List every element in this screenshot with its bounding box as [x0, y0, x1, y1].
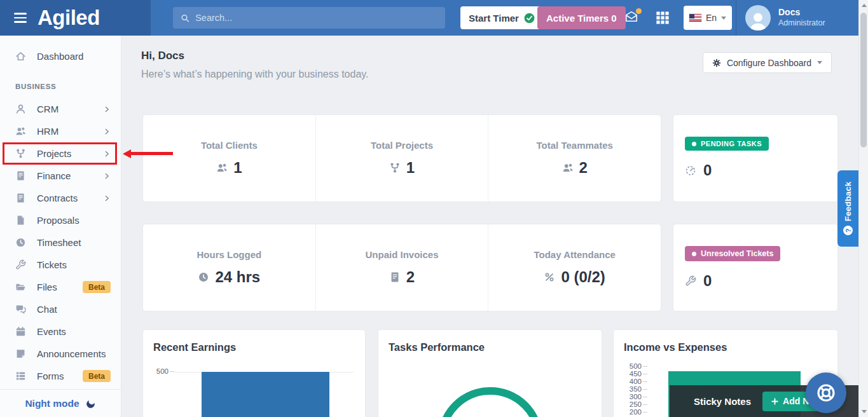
clock-icon	[198, 271, 209, 283]
y-axis-tick: 450	[623, 370, 642, 378]
scroll-up-arrow-icon[interactable]	[862, 4, 867, 7]
feedback-tab[interactable]: ? Feedback	[837, 170, 858, 247]
unresolved-tickets-badge[interactable]: Unresolved Tickets	[685, 246, 780, 261]
y-axis-tick: 400	[623, 378, 642, 385]
user-avatar[interactable]	[745, 5, 771, 31]
user-menu[interactable]: Docs Administrator	[778, 6, 825, 28]
global-search[interactable]	[173, 7, 445, 29]
stat-value: 2	[406, 268, 415, 286]
language-label: En	[706, 13, 717, 23]
folder-icon	[15, 282, 26, 292]
stats-card-row2: Hours Logged 24 hrs Unpaid Invoices 2 To…	[142, 224, 661, 311]
sidebar-item-events[interactable]: Events	[0, 320, 121, 343]
badge-label: PENDING TASKS	[701, 140, 762, 147]
sidebar-item-label: HRM	[37, 126, 59, 137]
sticky-notes-title: Sticky Notes	[694, 396, 751, 407]
sidebar-item-proposals[interactable]: Proposals	[0, 209, 121, 231]
apps-menu-button[interactable]	[656, 11, 670, 25]
sidebar-item-forms[interactable]: Forms Beta	[0, 365, 121, 387]
sidebar-item-projects[interactable]: Projects	[0, 142, 121, 165]
stat-total-teammates: Total Teammates 2	[488, 115, 661, 202]
gear-icon	[712, 58, 721, 67]
language-selector[interactable]: En	[684, 6, 732, 30]
night-mode-toggle[interactable]: Night mode	[0, 389, 121, 417]
sidebar-item-label: Timesheet	[37, 237, 81, 248]
calendar-icon	[15, 326, 26, 337]
start-timer-button[interactable]: Start Timer	[460, 6, 543, 29]
stat-total-projects: Total Projects 1	[316, 115, 489, 202]
sidebar-item-label: CRM	[37, 104, 59, 114]
sidebar-item-chat[interactable]: Chat	[0, 298, 121, 320]
question-icon: ?	[843, 226, 853, 235]
top-navbar: Agiled Start Timer Active Timers 0 En	[0, 0, 858, 36]
search-input[interactable]	[195, 13, 437, 23]
configure-dashboard-button[interactable]: Configure Dashboard	[703, 52, 832, 73]
stat-unpaid-invoices: Unpaid Invoices 2	[316, 224, 489, 311]
beta-badge: Beta	[83, 281, 111, 293]
stat-value: 2	[579, 159, 588, 177]
plus-icon	[771, 397, 779, 406]
chat-icon	[15, 304, 26, 315]
sidebar-item-crm[interactable]: CRM	[0, 98, 121, 120]
invoice-icon	[15, 170, 26, 181]
file-icon	[15, 215, 26, 226]
pending-tasks-badge[interactable]: PENDING TASKS	[685, 137, 769, 151]
feedback-label: Feedback	[843, 182, 853, 221]
stat-label: Total Teammates	[537, 140, 613, 151]
earnings-bar[interactable]	[202, 372, 329, 417]
users-icon	[216, 162, 228, 174]
stat-hours-logged: Hours Logged 24 hrs	[143, 224, 316, 311]
users-icon	[562, 162, 574, 174]
wrench-icon	[685, 275, 696, 287]
sidebar-item-contracts[interactable]: Contracts	[0, 187, 121, 209]
chevron-right-icon	[103, 128, 111, 135]
percent-icon	[544, 271, 555, 283]
active-timers-label: Active Timers 0	[546, 13, 617, 24]
page-scrollbar[interactable]	[858, 0, 868, 417]
brand-section: Agiled	[0, 0, 151, 36]
agiled-dashboard-page: Agiled Start Timer Active Timers 0 En	[0, 0, 868, 417]
scroll-down-arrow-icon[interactable]	[862, 410, 867, 413]
scrollbar-thumb[interactable]	[860, 13, 867, 147]
sidebar-item-label: Dashboard	[37, 51, 83, 62]
sidebar-item-files[interactable]: Files Beta	[0, 276, 121, 298]
y-axis-tick: 200	[623, 408, 642, 416]
sidebar-item-dashboard[interactable]: Dashboard	[0, 45, 121, 67]
sidebar-item-tickets[interactable]: Tickets	[0, 254, 121, 276]
sidebar-item-label: Tickets	[37, 259, 67, 270]
y-axis-tick: 350	[623, 385, 642, 393]
stat-label: Total Clients	[201, 140, 258, 151]
us-flag-icon	[689, 14, 701, 22]
page-subtitle: Here’s what’s happening with your busine…	[141, 69, 369, 80]
chevron-right-icon	[103, 106, 111, 113]
chevron-right-icon	[103, 172, 111, 180]
sidebar-item-finance[interactable]: Finance	[0, 165, 121, 187]
app-logo[interactable]: Agiled	[38, 6, 100, 30]
caret-down-icon	[721, 17, 726, 20]
help-button[interactable]	[806, 373, 846, 413]
beta-badge: Beta	[83, 370, 111, 382]
sidebar-item-label: Finance	[37, 170, 71, 181]
user-name: Docs	[778, 6, 825, 18]
sidebar-section-business: BUSINESS	[0, 67, 121, 98]
badge-label: Unresolved Tickets	[701, 249, 773, 258]
sidebar-item-timesheet[interactable]: Timesheet	[0, 231, 121, 254]
configure-dashboard-label: Configure Dashboard	[727, 58, 811, 68]
sidebar-item-label: Proposals	[37, 215, 79, 226]
user-role: Administrator	[778, 18, 825, 28]
stat-label: Unpaid Invoices	[365, 249, 438, 260]
stat-today-attendance: Today Attendance 0 (0/2)	[488, 224, 661, 311]
sidebar-item-label: Chat	[37, 304, 57, 315]
list-icon	[15, 371, 26, 381]
hamburger-menu-icon[interactable]	[14, 13, 27, 22]
unresolved-tickets-card: Unresolved Tickets 0	[673, 224, 838, 311]
user-icon	[15, 104, 26, 114]
active-timers-button[interactable]: Active Timers 0	[537, 6, 626, 29]
sidebar-item-announcements[interactable]: Announcements	[0, 343, 121, 365]
stats-card-row1: Total Clients 1 Total Projects 1 Total T…	[142, 114, 661, 202]
tasks-donut-chart[interactable]	[437, 387, 543, 417]
sidebar-item-hrm[interactable]: HRM	[0, 120, 121, 142]
home-icon	[15, 51, 26, 62]
dot-icon	[692, 142, 696, 146]
messages-button[interactable]	[624, 10, 642, 26]
